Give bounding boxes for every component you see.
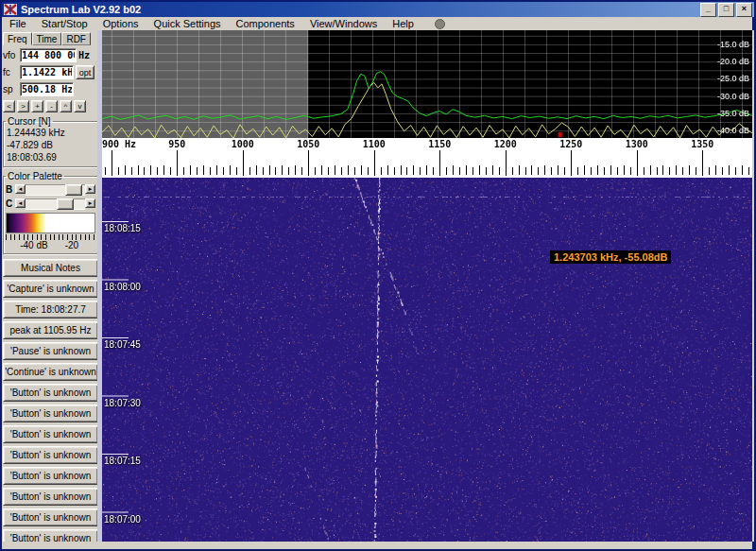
panel-button-0-musical-notes[interactable]: Musical Notes xyxy=(3,259,98,277)
palette-gradient-bar xyxy=(6,213,95,233)
panel-button-8-button-is-unknown[interactable]: 'Button' is unknown xyxy=(3,425,98,443)
db-axis-label: -40.0 dB xyxy=(717,126,749,135)
tab-time[interactable]: Time xyxy=(32,32,62,45)
fc-label: fc xyxy=(3,67,18,77)
db-axis-label: -20.0 dB xyxy=(717,57,749,66)
vfo-unit-label: Hz xyxy=(78,50,90,60)
fc-row: fc opt xyxy=(3,65,98,79)
freq-nav-button-4[interactable]: ^ xyxy=(60,100,72,112)
frequency-axis-label: 1300 xyxy=(626,139,648,149)
waterfall-time-label: 18:07:00 xyxy=(104,514,141,525)
brightness-slider[interactable]: ◄ ► xyxy=(15,184,95,196)
menu-item-help[interactable]: Help xyxy=(385,18,421,30)
panel-button-11-button-is-unknown[interactable]: 'Button' is unknown xyxy=(3,488,98,506)
sp-row: sp xyxy=(3,82,98,96)
frequency-axis-label: 1250 xyxy=(559,139,582,149)
window-title: Spectrum Lab V2.92 b02 xyxy=(21,4,700,15)
menu-item-view-windows[interactable]: View/Windows xyxy=(302,18,385,30)
db-axis-label: -25.0 dB xyxy=(717,74,749,83)
palette-scale-labels: -40 dB -20 xyxy=(6,240,95,250)
frequency-axis-label: 1100 xyxy=(363,139,386,149)
menu-item-start-stop[interactable]: Start/Stop xyxy=(34,18,95,30)
menu-item-quick-settings[interactable]: Quick Settings xyxy=(146,18,229,30)
brightness-slider-row: B ◄ ► xyxy=(6,183,95,196)
sp-input[interactable] xyxy=(20,82,74,96)
contrast-slider-thumb[interactable] xyxy=(57,198,74,210)
frequency-ruler-canvas[interactable] xyxy=(102,138,752,178)
cursor-time: 18:08:03.69 xyxy=(6,151,95,164)
frequency-axis-label: 1000 xyxy=(232,139,254,149)
panel-button-10-button-is-unknown[interactable]: 'Button' is unknown xyxy=(3,467,98,485)
frequency-ruler[interactable]: 900 Hz9501000105011001150120012501300135… xyxy=(102,138,752,178)
contrast-slider-row: C ◄ ► xyxy=(6,198,95,210)
panel-button-9-button-is-unknown[interactable]: 'Button' is unknown xyxy=(3,446,98,464)
menu-bar: FileStart/StopOptionsQuick SettingsCompo… xyxy=(2,17,752,30)
panel-button-1-capture-is-unknown[interactable]: 'Capture' is unknown xyxy=(3,280,98,298)
slider-right-arrow-icon[interactable]: ► xyxy=(85,184,95,194)
frequency-axis-label: 1150 xyxy=(428,139,451,149)
vfo-row: vfo Hz xyxy=(3,48,98,62)
waterfall-time-label: 18:07:15 xyxy=(104,456,141,466)
slider-left-arrow-icon[interactable]: ◄ xyxy=(15,184,26,194)
freq-nav-button-1[interactable]: > xyxy=(17,100,29,112)
close-button[interactable]: × xyxy=(736,3,752,17)
panel-button-4-pause-is-unknown[interactable]: 'Pause' is unknown xyxy=(3,342,98,360)
frequency-axis-label: 900 Hz xyxy=(102,139,136,149)
panel-button-3-peak-at-1105-95-hz[interactable]: peak at 1105.95 Hz xyxy=(3,321,98,339)
panel-button-12-button-is-unknown[interactable]: 'Button' is unknown xyxy=(3,508,98,526)
freq-nav-button-3[interactable]: - xyxy=(45,100,58,112)
frequency-axis-label: 1350 xyxy=(691,139,713,149)
control-panel: FreqTimeRDF vfo Hz fc opt sp <>+-^v Curs… xyxy=(2,30,99,542)
vfo-label: vfo xyxy=(3,50,18,60)
contrast-slider[interactable]: ◄ ► xyxy=(15,198,95,210)
color-palette-title: Color Palette xyxy=(6,171,64,181)
waterfall-time-label: 18:07:45 xyxy=(104,339,141,350)
frequency-axis-label: 1200 xyxy=(494,139,517,149)
cursor-amplitude: -47.829 dB xyxy=(6,139,95,151)
palette-scale-right: -20 xyxy=(65,240,78,250)
freq-nav-button-0[interactable]: < xyxy=(3,100,15,112)
panel-button-7-button-is-unknown[interactable]: 'Button' is unknown xyxy=(3,405,98,422)
slider-right-arrow-icon[interactable]: ► xyxy=(85,198,95,208)
app-icon xyxy=(4,4,17,15)
frequency-axis-label: 950 xyxy=(168,139,185,149)
app-window: Spectrum Lab V2.92 b02 _ □ × FileStart/S… xyxy=(0,0,756,551)
color-palette-panel: Color Palette B ◄ ► C ◄ ► -40 xyxy=(3,171,98,254)
fc-input[interactable] xyxy=(20,65,74,79)
db-axis-label: -15.0 dB xyxy=(717,40,749,49)
sp-label: sp xyxy=(3,84,18,95)
menu-item-file[interactable]: File xyxy=(2,18,34,30)
right-border-strip xyxy=(752,30,754,542)
title-bar: Spectrum Lab V2.92 b02 _ □ × xyxy=(2,2,754,17)
palette-scale-left: -40 dB xyxy=(20,240,47,250)
brightness-slider-thumb[interactable] xyxy=(65,184,82,196)
cursor-tooltip: 1.243703 kHz, -55.08dB xyxy=(550,250,671,264)
freq-nav-button-5[interactable]: v xyxy=(74,100,86,112)
panel-button-5-continue-is-unknown[interactable]: 'Continue' is unknown xyxy=(3,363,98,381)
bottom-border-strip xyxy=(2,542,752,549)
slider-left-arrow-icon[interactable]: ◄ xyxy=(15,198,26,208)
brightness-label: B xyxy=(6,184,15,195)
frequency-nav-buttons: <>+-^v xyxy=(3,100,98,112)
waterfall-time-label: 18:08:00 xyxy=(104,282,141,292)
panel-button-2-time-18-08-27-7[interactable]: Time: 18:08:27.7 xyxy=(3,301,98,319)
tab-freq[interactable]: Freq xyxy=(3,32,32,45)
waterfall-canvas[interactable] xyxy=(102,178,752,542)
fc-options-button[interactable]: opt xyxy=(76,65,94,79)
spectrum-canvas[interactable] xyxy=(102,30,752,138)
contrast-label: C xyxy=(6,198,15,209)
maximize-button[interactable]: □ xyxy=(718,3,734,17)
menu-item-options[interactable]: Options xyxy=(95,18,146,30)
minimize-button[interactable]: _ xyxy=(700,3,716,17)
waterfall-display[interactable]: 18:08:1518:08:0018:07:4518:07:3018:07:15… xyxy=(102,178,752,542)
tab-bar: FreqTimeRDF xyxy=(3,30,98,45)
panel-button-6-button-is-unknown[interactable]: 'Button' is unknown xyxy=(3,384,98,402)
freq-nav-button-2[interactable]: + xyxy=(31,100,43,112)
vfo-input[interactable] xyxy=(20,48,77,62)
cursor-panel: Cursor [N] 1.244439 kHz -47.829 dB 18:08… xyxy=(3,116,98,167)
db-axis-label: -30.0 dB xyxy=(717,92,749,101)
status-led-icon xyxy=(435,19,445,29)
menu-item-components[interactable]: Components xyxy=(229,18,302,30)
spectrum-display[interactable]: -15.0 dB-20.0 dB-25.0 dB-30.0 dB-35.0 dB… xyxy=(102,30,752,138)
tab-rdf[interactable]: RDF xyxy=(61,32,91,45)
